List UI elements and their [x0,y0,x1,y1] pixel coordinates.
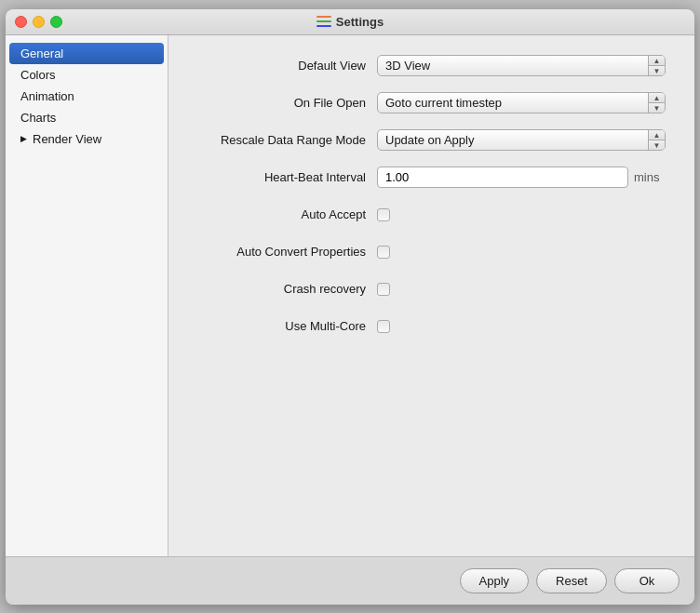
auto-convert-row: Auto Convert Properties [191,240,672,264]
titlebar: Settings [6,9,694,35]
on-file-open-down-arrow[interactable]: ▼ [649,103,665,113]
heart-beat-interval-control: mins [377,167,672,188]
default-view-arrows: ▲ ▼ [648,56,665,75]
content-area: General Colors Animation Charts ▶ Render… [6,35,694,556]
use-multi-core-checkbox[interactable] [377,320,390,333]
maximize-button[interactable] [50,16,62,28]
on-file-open-up-arrow[interactable]: ▲ [649,93,665,103]
rescale-data-range-select-wrapper: Update on Apply Never Always ▲ ▼ [377,129,666,151]
use-multi-core-label: Use Multi-Core [191,319,377,333]
minimize-button[interactable] [33,16,45,28]
default-view-select-wrapper: 3D View 2D View Spreadsheet View ▲ ▼ [377,55,666,76]
auto-accept-label: Auto Accept [191,207,377,221]
crash-recovery-label: Crash recovery [191,282,377,296]
main-panel: Default View 3D View 2D View Spreadsheet… [168,35,694,556]
on-file-open-label: On File Open [191,96,377,110]
heart-beat-interval-row: Heart-Beat Interval mins [191,166,672,190]
window-title: Settings [316,15,384,29]
rescale-data-range-up-arrow[interactable]: ▲ [649,130,665,140]
auto-accept-control [377,208,672,221]
auto-accept-row: Auto Accept [191,203,672,227]
settings-window: Settings General Colors Animation Charts… [6,9,694,605]
auto-convert-label: Auto Convert Properties [191,245,377,259]
rescale-data-range-label: Rescale Data Range Mode [191,133,377,147]
use-multi-core-control [377,320,672,333]
default-view-up-arrow[interactable]: ▲ [649,56,665,66]
default-view-down-arrow[interactable]: ▼ [649,66,665,75]
auto-convert-checkbox[interactable] [377,246,390,259]
default-view-select[interactable]: 3D View 2D View Spreadsheet View [378,56,648,75]
on-file-open-row: On File Open Goto current timestep Do no… [191,91,672,115]
settings-icon [316,16,331,27]
rescale-data-range-arrows: ▲ ▼ [648,130,665,150]
rescale-data-range-row: Rescale Data Range Mode Update on Apply … [191,128,672,153]
auto-accept-checkbox[interactable] [377,208,390,221]
use-multi-core-row: Use Multi-Core [191,314,672,339]
expand-arrow-icon: ▶ [20,134,27,143]
close-button[interactable] [15,16,27,28]
sidebar-item-animation[interactable]: Animation [6,86,168,107]
sidebar-item-charts[interactable]: Charts [6,107,168,128]
rescale-data-range-control: Update on Apply Never Always ▲ ▼ [377,129,672,151]
sidebar-item-general[interactable]: General [9,43,164,64]
sidebar-item-render-view[interactable]: ▶ Render View [6,128,168,150]
reset-button[interactable]: Reset [536,568,607,593]
on-file-open-arrows: ▲ ▼ [648,93,665,113]
sidebar: General Colors Animation Charts ▶ Render… [6,35,168,556]
apply-button[interactable]: Apply [460,568,530,593]
rescale-data-range-down-arrow[interactable]: ▼ [649,140,665,150]
rescale-data-range-select[interactable]: Update on Apply Never Always [378,130,648,150]
default-view-label: Default View [191,59,377,73]
default-view-row: Default View 3D View 2D View Spreadsheet… [191,54,672,78]
sidebar-item-colors[interactable]: Colors [6,64,168,86]
crash-recovery-checkbox[interactable] [377,283,390,296]
heart-beat-unit: mins [634,170,659,184]
ok-button[interactable]: Ok [614,568,680,593]
heart-beat-interval-input[interactable] [377,167,628,188]
default-view-control: 3D View 2D View Spreadsheet View ▲ ▼ [377,55,672,76]
heart-beat-interval-label: Heart-Beat Interval [191,170,377,184]
window-controls [15,16,62,28]
on-file-open-control: Goto current timestep Do nothing Goto fi… [377,92,672,113]
crash-recovery-row: Crash recovery [191,277,672,301]
auto-convert-control [377,246,672,259]
on-file-open-select-wrapper: Goto current timestep Do nothing Goto fi… [377,92,666,113]
on-file-open-select[interactable]: Goto current timestep Do nothing Goto fi… [378,93,648,113]
footer: Apply Reset Ok [6,556,694,605]
crash-recovery-control [377,283,672,296]
